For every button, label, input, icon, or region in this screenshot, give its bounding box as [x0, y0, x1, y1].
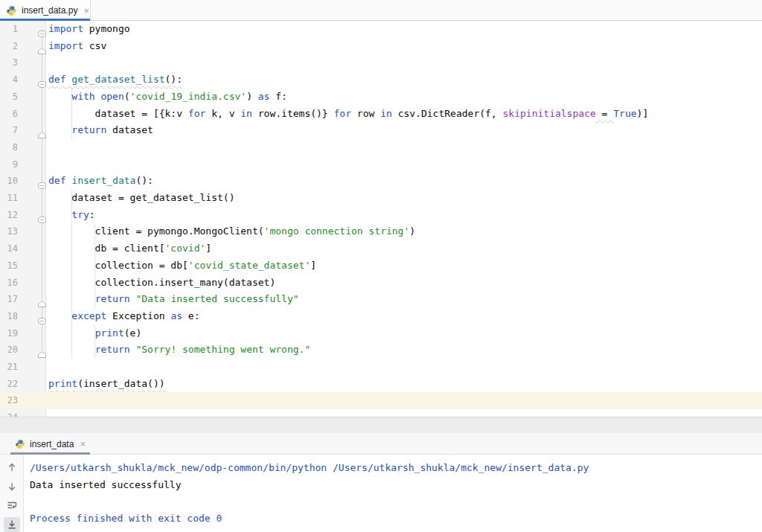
code-line[interactable]: 17 return "Data inserted successfully" [0, 291, 762, 308]
code-line[interactable]: 14 db = client['covid'] [0, 240, 762, 257]
gutter-cell[interactable]: 13 [0, 223, 46, 240]
line-number[interactable]: 20 [3, 342, 18, 359]
line-number[interactable]: 15 [3, 257, 18, 275]
up-arrow-icon[interactable] [4, 460, 20, 475]
line-number[interactable]: 8 [3, 139, 18, 156]
gutter-cell[interactable]: 10 [0, 173, 46, 190]
fold-marker-icon[interactable] [38, 26, 46, 33]
code-line[interactable]: 15 collection = db['covid_state_dataset'… [0, 257, 762, 275]
gutter-cell[interactable]: 17 [0, 291, 46, 308]
scroll-to-end-icon[interactable] [4, 517, 20, 532]
gutter-cell[interactable]: 19 [0, 325, 46, 342]
gutter-cell[interactable]: 8 [0, 139, 46, 156]
fold-marker-icon[interactable] [38, 313, 46, 320]
line-number[interactable]: 19 [3, 325, 18, 342]
line-number[interactable]: 9 [3, 156, 18, 173]
code-line[interactable]: 16 collection.insert_many(dataset) [0, 275, 762, 292]
gutter-cell[interactable]: 15 [0, 257, 46, 275]
gutter-cell[interactable]: 20 [0, 342, 46, 359]
code-text [46, 156, 762, 173]
gutter-cell[interactable]: 23 [0, 392, 46, 409]
gutter-cell[interactable]: 4 [0, 71, 46, 89]
line-number[interactable]: 7 [3, 122, 18, 139]
line-number[interactable]: 11 [3, 190, 18, 207]
editor-console-splitter[interactable] [0, 417, 762, 433]
code-line[interactable]: 13 client = pymongo.MongoClient('mongo c… [0, 223, 762, 240]
gutter-cell[interactable]: 22 [0, 376, 46, 393]
code-line[interactable]: 24 [0, 409, 762, 417]
line-number[interactable]: 1 [3, 21, 18, 38]
line-number[interactable]: 6 [3, 106, 18, 123]
line-number[interactable]: 14 [3, 240, 18, 257]
line-number[interactable]: 13 [3, 223, 18, 240]
console-output[interactable]: /Users/utkarsh_shukla/mck_new/odp-common… [24, 455, 762, 532]
code-editor[interactable]: 1import pymongo2import csv34def get_data… [0, 21, 762, 417]
gutter-cell[interactable]: 1 [0, 21, 46, 38]
gutter-cell[interactable]: 16 [0, 275, 46, 292]
editor-tab-insert-data-py[interactable]: insert_data.py × [0, 0, 91, 21]
fold-marker-icon[interactable] [38, 77, 46, 83]
gutter-cell[interactable]: 24 [0, 409, 46, 417]
close-tab-icon[interactable]: × [83, 6, 89, 16]
line-number[interactable]: 22 [3, 376, 18, 393]
line-number[interactable]: 10 [3, 173, 18, 190]
line-number[interactable]: 16 [3, 275, 18, 292]
code-text [46, 409, 762, 417]
code-text: try: [46, 207, 762, 224]
fold-marker-icon[interactable] [38, 178, 46, 185]
code-line[interactable]: 1import pymongo [0, 21, 762, 38]
gutter-cell[interactable]: 21 [0, 359, 46, 376]
editor-tab-bar: insert_data.py × [0, 0, 762, 21]
gutter-cell[interactable]: 3 [0, 54, 46, 71]
code-line[interactable]: 22print(insert_data()) [0, 376, 762, 393]
code-line[interactable]: 3 [0, 54, 762, 71]
code-line[interactable]: 19 print(e) [0, 325, 762, 342]
line-number[interactable]: 21 [3, 359, 18, 376]
fold-marker-icon[interactable] [38, 43, 46, 50]
line-number[interactable]: 18 [3, 308, 18, 325]
code-line[interactable]: 8 [0, 139, 762, 156]
fold-marker-icon[interactable] [38, 347, 46, 353]
code-line[interactable]: 18 except Exception as e: [0, 308, 762, 325]
line-number[interactable]: 2 [3, 38, 18, 55]
code-line[interactable]: 9 [0, 156, 762, 173]
gutter-cell[interactable]: 5 [0, 89, 46, 106]
gutter-cell[interactable]: 2 [0, 38, 46, 55]
gutter-cell[interactable]: 12 [0, 207, 46, 224]
gutter-cell[interactable]: 9 [0, 156, 46, 173]
line-number[interactable]: 4 [3, 71, 18, 89]
code-line[interactable]: 6 dataset = [{k:v for k, v in row.items(… [0, 106, 762, 123]
line-number[interactable]: 5 [3, 89, 18, 106]
code-line[interactable]: 5 with open('covid_19_india.csv') as f: [0, 89, 762, 106]
code-line[interactable]: 7 return dataset [0, 122, 762, 139]
close-tab-icon[interactable]: × [80, 439, 86, 449]
code-line[interactable]: 4def get_dataset_list(): [0, 71, 762, 89]
down-arrow-icon[interactable] [4, 479, 20, 495]
line-number[interactable]: 24 [3, 409, 18, 417]
code-text: dataset = [{k:v for k, v in row.items()}… [46, 106, 762, 123]
console-tab-insert-data[interactable]: insert_data × [10, 433, 90, 455]
console-tab-bar: insert_data × [0, 433, 762, 455]
code-line[interactable]: 2import csv [0, 38, 762, 55]
fold-marker-icon[interactable] [38, 296, 46, 303]
code-text: db = client['covid'] [46, 240, 762, 257]
fold-marker-icon[interactable] [38, 212, 46, 219]
fold-marker-icon[interactable] [38, 127, 46, 134]
gutter-cell[interactable]: 14 [0, 240, 46, 257]
code-line[interactable]: 20 return "Sorry! something went wrong." [0, 342, 762, 359]
gutter-cell[interactable]: 11 [0, 190, 46, 207]
gutter-cell[interactable]: 6 [0, 106, 46, 123]
gutter-cell[interactable]: 18 [0, 308, 46, 325]
line-number[interactable]: 23 [3, 392, 18, 409]
code-line[interactable]: 11 dataset = get_dataset_list() [0, 190, 762, 207]
console-tab-title: insert_data [30, 439, 74, 449]
code-line[interactable]: 21 [0, 359, 762, 376]
line-number[interactable]: 12 [3, 207, 18, 224]
code-line[interactable]: 12 try: [0, 207, 762, 224]
line-number[interactable]: 17 [3, 291, 18, 308]
gutter-cell[interactable]: 7 [0, 122, 46, 139]
code-line[interactable]: 23 [0, 392, 762, 409]
line-number[interactable]: 3 [3, 54, 18, 71]
soft-wrap-icon[interactable] [4, 498, 20, 513]
code-line[interactable]: 10def insert_data(): [0, 173, 762, 190]
